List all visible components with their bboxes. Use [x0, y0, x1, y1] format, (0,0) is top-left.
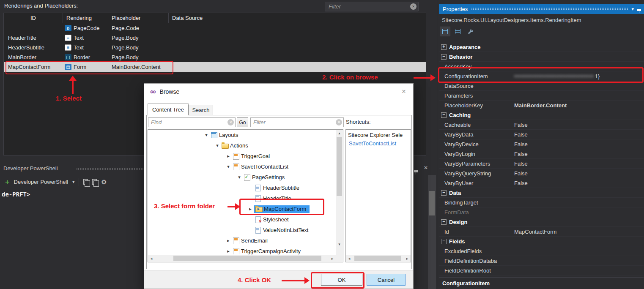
renderings-filter-box: ✕	[325, 2, 419, 11]
terminal-scrollbar-thumb[interactable]	[429, 191, 435, 215]
chevron-down-icon[interactable]: ▾	[72, 180, 74, 184]
minus-box-icon[interactable]: −	[441, 54, 447, 60]
annotation-box-configurationitem	[438, 67, 644, 83]
chevron-right-icon[interactable]: ▸	[225, 238, 232, 243]
cancel-button[interactable]: Cancel	[367, 274, 406, 286]
find-input[interactable]	[151, 119, 227, 125]
terminal-selector[interactable]: Developer PowerShell	[14, 179, 69, 185]
tree-filter-input[interactable]	[253, 119, 336, 125]
split-terminal-icon[interactable]	[92, 179, 97, 185]
scroll-up-icon[interactable]: ▴	[336, 130, 343, 136]
copy-icon[interactable]	[83, 179, 88, 185]
category-design[interactable]: − Design	[439, 217, 644, 227]
scrollbar-thumb[interactable]	[337, 137, 342, 196]
category-caching[interactable]: − Caching	[439, 110, 644, 120]
filter-clear-icon[interactable]: ✕	[336, 119, 342, 125]
column-header-rendering[interactable]: Rendering	[63, 13, 108, 23]
property-row[interactable]: FieldDefinitionRoot	[439, 266, 644, 275]
pin-icon[interactable]	[637, 6, 641, 12]
category-fields[interactable]: − Fields	[439, 237, 644, 246]
scroll-right-icon[interactable]: ▸	[329, 255, 336, 262]
settings-gear-icon[interactable]: ⚙	[101, 179, 107, 185]
filter-clear-icon[interactable]: ✕	[410, 3, 417, 10]
property-row[interactable]: Id MapContactForm	[439, 227, 644, 237]
tree-item-savettocontactlist[interactable]: ▾ SavetToContactList	[148, 161, 336, 172]
column-header-data-source[interactable]: Data Source	[169, 13, 426, 23]
category-behavior[interactable]: − Behavior	[439, 52, 644, 62]
chevron-down-icon[interactable]: ▾	[225, 164, 232, 169]
minus-box-icon[interactable]: −	[441, 239, 447, 244]
chevron-down-icon[interactable]: ▾	[203, 132, 210, 138]
tree-item-pagesettings[interactable]: ▾ PageSettings	[148, 172, 336, 183]
powershell-panel-title: Developer PowerShell	[3, 165, 58, 172]
scrollbar-thumb[interactable]	[173, 256, 321, 261]
terminal-prompt[interactable]: de-PRFT>	[2, 191, 30, 198]
scroll-right-icon[interactable]: ▸	[404, 255, 411, 262]
tab-content-tree[interactable]: Content Tree	[148, 104, 189, 115]
pin-icon[interactable]	[414, 167, 418, 174]
table-row[interactable]: {} PageCode Page.Code	[4, 23, 426, 33]
close-icon[interactable]: ✕	[399, 87, 409, 95]
property-row[interactable]: VaryByUser False	[439, 178, 644, 188]
tree-item-valuenotinlisttext[interactable]: ValueNotInListText	[148, 225, 336, 235]
categorized-view-button[interactable]	[440, 27, 450, 36]
property-row[interactable]: BindingTarget	[439, 198, 644, 207]
chevron-right-icon[interactable]: ▸	[225, 153, 232, 159]
panel-drag-handle[interactable]	[471, 8, 628, 10]
property-pages-wrench-button[interactable]	[465, 27, 476, 36]
scrollbar-thumb[interactable]	[354, 256, 401, 261]
document-icon	[255, 185, 261, 191]
property-row[interactable]: VaryByData False	[439, 130, 644, 139]
property-row[interactable]: Parameters	[439, 91, 644, 101]
property-row-disabled: FormData	[439, 207, 644, 217]
tree-item-actions[interactable]: ▾ Actions	[148, 140, 336, 151]
chevron-down-icon[interactable]: ▾	[236, 174, 243, 180]
tab-search[interactable]: Search	[189, 105, 213, 115]
category-appearance[interactable]: + Appearance	[439, 42, 644, 52]
property-row[interactable]: PlaceholderKey MainBorder.Content	[439, 101, 644, 110]
new-terminal-plus-icon[interactable]: +	[5, 178, 10, 186]
tree-item-triggergoal[interactable]: ▸ TriggerGoal	[148, 151, 336, 161]
dialog-footer: OK Cancel	[144, 270, 413, 289]
property-row[interactable]: FieldDefinitionDataba	[439, 256, 644, 266]
tree-item-layouts[interactable]: ▾ Layouts	[148, 130, 336, 140]
column-header-id[interactable]: ID	[4, 13, 63, 23]
chevron-down-icon[interactable]: ▾	[631, 6, 634, 12]
tree-vertical-scrollbar[interactable]: ▴ ▾	[336, 130, 343, 255]
close-icon[interactable]: ✕	[422, 164, 429, 171]
table-row[interactable]: HeaderSubtitle ≡ Text Page.Body	[4, 43, 426, 52]
table-row[interactable]: HeaderTitle ≡ Text Page.Body	[4, 33, 426, 43]
minus-box-icon[interactable]: −	[441, 190, 447, 196]
tree-item-sendemail[interactable]: ▸ SendEmail	[148, 235, 336, 246]
property-row[interactable]: ExcludedFields	[439, 246, 644, 256]
category-data[interactable]: − Data	[439, 188, 644, 198]
scroll-down-icon[interactable]: ▾	[336, 241, 343, 248]
plus-box-icon[interactable]: +	[441, 44, 447, 50]
minus-box-icon[interactable]: −	[441, 112, 447, 118]
minus-box-icon[interactable]: −	[441, 219, 447, 225]
tree-item-headersubtitle[interactable]: HeaderSubtitle	[148, 183, 336, 193]
shortcuts-horizontal-scrollbar[interactable]: ◂ ▸	[346, 255, 411, 262]
property-row[interactable]: VaryByLogin False	[439, 149, 644, 159]
alphabetical-view-button[interactable]	[452, 27, 463, 36]
property-row[interactable]: VaryByQueryString False	[439, 169, 644, 178]
tree-item-triggercampaignactivity[interactable]: ▸ TriggerCampaignActivity	[148, 246, 336, 254]
chevron-right-icon[interactable]: ▸	[225, 248, 232, 254]
property-description-title: ConfigurationItem	[439, 277, 644, 286]
scroll-left-icon[interactable]: ◂	[148, 255, 155, 262]
tree-horizontal-scrollbar[interactable]: ◂ ▸	[148, 255, 336, 262]
go-button[interactable]: Go	[237, 117, 248, 127]
annotation-box-ok-button	[311, 272, 364, 289]
scroll-left-icon[interactable]: ◂	[346, 255, 353, 262]
property-row[interactable]: VaryByDevice False	[439, 139, 644, 149]
find-clear-icon[interactable]: ✕	[227, 119, 234, 125]
column-header-placeholder[interactable]: Placeholder	[108, 13, 169, 23]
chevron-down-icon[interactable]: ▾	[214, 143, 221, 148]
shortcut-link-savettocontactlist[interactable]: SavetToContactList	[349, 140, 396, 147]
folder-icon	[222, 142, 228, 149]
property-row[interactable]: VaryByParameters False	[439, 159, 644, 169]
property-row[interactable]: Cacheable False	[439, 120, 644, 130]
browse-dialog: ∞ Browse ✕ Content Tree Search ✕ Go ✕ Sh…	[144, 83, 414, 289]
tree-item-stylesheet[interactable]: Stylesheet	[148, 214, 336, 225]
renderings-filter-input[interactable]	[329, 3, 410, 10]
